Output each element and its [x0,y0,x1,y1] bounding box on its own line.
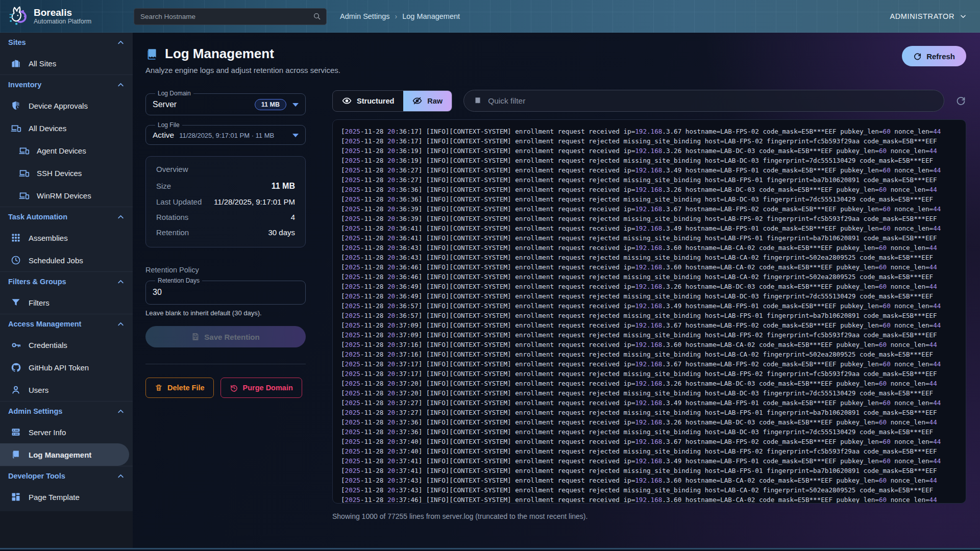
log-line: [2025-11-28 20:36:43] [INFO][CONTEXT-SYS… [341,243,958,253]
divider [145,364,306,364]
log-viewer: Structured Raw [332,90,966,520]
section-label: Filters & Groups [8,278,66,286]
chevron-up-icon [117,320,125,328]
sidebar-item-label: Scheduled Jobs [29,256,83,265]
log-line: [2025-11-28 20:36:27] [INFO][CONTEXT-SYS… [341,175,958,185]
log-line: [2025-11-28 20:36:39] [INFO][CONTEXT-SYS… [341,214,958,223]
sidebar-item-all-devices[interactable]: All Devices [0,117,133,139]
administrator-menu[interactable]: ADMINISTRATOR [890,12,967,20]
sidebar-item-winrm-devices[interactable]: WinRM Devices [0,184,133,207]
log-line: [2025-11-28 20:36:36] [INFO][CONTEXT-SYS… [341,194,958,204]
sidebar-item-label: All Sites [29,59,56,68]
log-line: [2025-11-28 20:37:16] [INFO][CONTEXT-SYS… [341,340,958,349]
sidebar-item-label: All Devices [29,124,66,133]
server-icon [10,427,21,438]
top-bar: Borealis Automation Platform Admin Setti… [0,0,980,33]
sidebar-section: Task AutomationAssembliesScheduled Jobs [0,207,133,271]
log-domain-select[interactable]: Log Domain Server 11 MB [145,90,306,115]
sidebar-item-scheduled-jobs[interactable]: Scheduled Jobs [0,249,133,271]
sidebar-item-server-info[interactable]: Server Info [0,421,133,443]
log-line: [2025-11-28 20:37:36] [INFO][CONTEXT-SYS… [341,427,958,437]
log-output-panel[interactable]: [2025-11-28 20:36:17] [INFO][CONTEXT-SYS… [332,119,966,504]
sidebar-section-header-task-automation[interactable]: Task Automation [0,207,133,227]
log-line: [2025-11-28 20:36:17] [INFO][CONTEXT-SYS… [341,136,958,146]
sidebar-item-device-approvals[interactable]: Device Approvals [0,94,133,117]
main-content: Log Management Analyze engine logs and a… [133,33,980,548]
sidebar-item-label: SSH Devices [37,169,82,178]
delete-file-button[interactable]: Delete File [145,378,214,398]
sidebar-item-all-sites[interactable]: All Sites [0,52,133,74]
sidebar-section-header-sites[interactable]: Sites [0,33,133,52]
sidebar-section: Developer ToolsPage Template [0,466,133,508]
sidebar-item-page-template[interactable]: Page Template [0,486,133,508]
breadcrumb-log-management[interactable]: Log Management [402,12,460,20]
sidebar-item-users[interactable]: Users [0,379,133,401]
section-label: Sites [8,38,26,46]
sidebar-item-github-api-token[interactable]: GitHub API Token [0,356,133,379]
save-retention-button[interactable]: Save Retention [145,326,306,347]
retention-days-label: Retention Days [155,277,202,284]
purge-domain-button[interactable]: Purge Domain [220,378,302,398]
retention-days-field[interactable]: Retention Days [145,277,306,305]
log-file-select[interactable]: Log File Active 11/28/2025, 9:17:01 PM ·… [145,121,306,145]
log-line: [2025-11-28 20:37:16] [INFO][CONTEXT-SYS… [341,349,958,359]
log-domain-size-badge: 11 MB [255,99,286,110]
chevron-up-icon [117,39,125,46]
log-domain-value: Server [153,100,177,109]
retention-helper-text: Leave blank to inherit default (30 days)… [145,309,306,317]
log-line: [2025-11-28 20:36:36] [INFO][CONTEXT-SYS… [341,185,958,194]
building-icon [10,58,21,69]
quick-filter-input[interactable] [488,96,935,106]
section-label: Developer Tools [8,472,65,480]
log-line: [2025-11-28 20:37:40] [INFO][CONTEXT-SYS… [341,437,958,446]
chevron-up-icon [117,472,125,480]
brand-subtitle: Automation Platform [34,18,91,25]
sidebar-item-ssh-devices[interactable]: SSH Devices [0,162,133,184]
log-line: [2025-11-28 20:36:27] [INFO][CONTEXT-SYS… [341,165,958,175]
hostname-search-input[interactable] [140,13,313,20]
log-line: [2025-11-28 20:36:57] [INFO][CONTEXT-SYS… [341,301,958,311]
hostname-search[interactable] [134,8,327,25]
log-line: [2025-11-28 20:37:17] [INFO][CONTEXT-SYS… [341,369,958,379]
sidebar-section-header-developer-tools[interactable]: Developer Tools [0,466,133,486]
reload-logs-icon[interactable] [955,95,966,106]
sidebar-section-header-admin-settings[interactable]: Admin Settings [0,402,133,421]
structured-label: Structured [357,97,394,105]
raw-label: Raw [427,97,443,105]
log-line: [2025-11-28 20:36:46] [INFO][CONTEXT-SYS… [341,272,958,282]
sidebar-item-agent-devices[interactable]: Agent Devices [0,139,133,162]
sidebar-section-header-filters-groups[interactable]: Filters & Groups [0,272,133,291]
retention-days-input[interactable] [153,286,299,299]
sidebar-item-log-management[interactable]: Log Management [0,443,129,466]
dropdown-caret-icon [292,134,299,137]
log-line: [2025-11-28 20:37:20] [INFO][CONTEXT-SYS… [341,379,958,388]
quick-filter[interactable] [463,90,944,112]
log-line: [2025-11-28 20:36:39] [INFO][CONTEXT-SYS… [341,204,958,214]
refresh-button[interactable]: Refresh [902,46,966,66]
administrator-label: ADMINISTRATOR [890,12,955,20]
log-line: [2025-11-28 20:37:43] [INFO][CONTEXT-SYS… [341,475,958,485]
purge-domain-label: Purge Domain [243,384,293,392]
section-label: Task Automation [8,213,67,221]
chevron-up-icon [117,408,125,415]
sidebar-item-assemblies[interactable]: Assemblies [0,227,133,249]
structured-view-tab[interactable]: Structured [333,91,403,111]
log-line: [2025-11-28 20:36:46] [INFO][CONTEXT-SYS… [341,262,958,272]
raw-view-tab[interactable]: Raw [403,91,452,111]
sidebar-item-filters[interactable]: Filters [0,291,133,314]
section-label: Access Management [8,320,81,328]
sidebar-section-header-inventory[interactable]: Inventory [0,75,133,94]
breadcrumb: Admin Settings › Log Management [340,12,460,20]
sidebar-section: Admin SettingsServer InfoLog Management [0,401,133,466]
clock-icon [10,255,21,266]
sidebar-item-credentials[interactable]: Credentials [0,334,133,356]
log-line: [2025-11-28 20:36:49] [INFO][CONTEXT-SYS… [341,291,958,301]
log-line: [2025-11-28 20:37:41] [INFO][CONTEXT-SYS… [341,466,958,475]
sidebar-section-header-access-management[interactable]: Access Management [0,314,133,334]
log-line: [2025-11-28 20:36:19] [INFO][CONTEXT-SYS… [341,146,958,156]
log-line: [2025-11-28 20:36:19] [INFO][CONTEXT-SYS… [341,156,958,165]
log-footer-status: Showing 1000 of 77255 lines from server.… [332,512,966,520]
filter-log-icon [473,96,482,106]
chevron-up-icon [117,81,125,89]
breadcrumb-admin-settings[interactable]: Admin Settings [340,12,390,20]
